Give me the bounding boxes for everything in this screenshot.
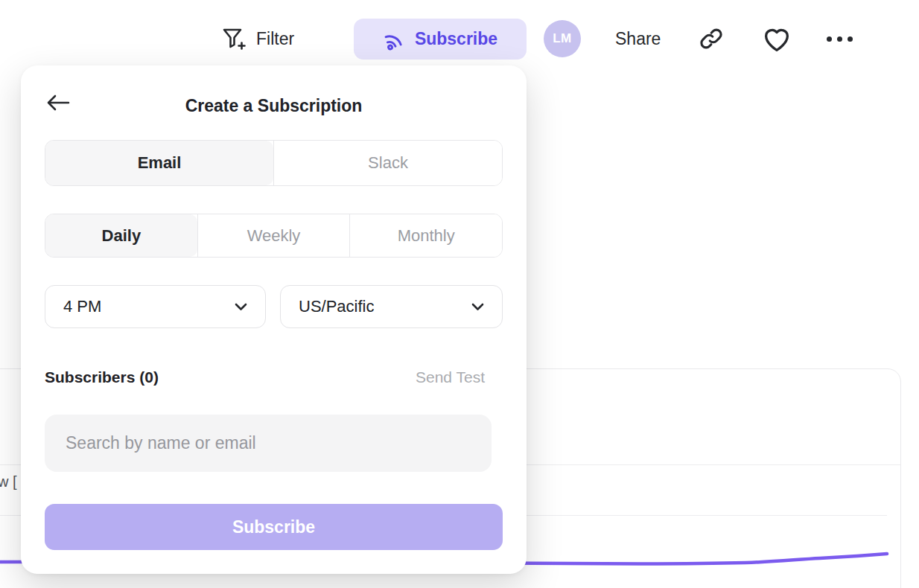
tab-email[interactable]: Email [45,141,273,185]
subscribe-submit-button[interactable]: Subscribe [45,504,503,550]
channel-segmented-control: Email Slack [45,140,503,186]
timezone-select-value: US/Pacific [299,297,374,316]
copy-link-button[interactable] [697,25,725,53]
more-menu-button[interactable] [827,30,853,48]
chevron-down-icon [235,303,247,311]
chevron-down-icon [471,303,484,311]
avatar[interactable]: LM [544,20,581,57]
tab-monthly[interactable]: Monthly [349,214,502,257]
tab-weekly[interactable]: Weekly [197,214,350,257]
timezone-select[interactable]: US/Pacific [280,285,503,328]
subscribers-count-label: Subscribers (0) [45,368,159,386]
subscriber-search-input[interactable] [45,415,492,472]
tab-daily[interactable]: Daily [45,214,197,257]
rss-icon [383,28,405,51]
frequency-segmented-control: Daily Weekly Monthly [45,214,503,258]
send-test-link[interactable]: Send Test [416,368,485,386]
time-select-value: 4 PM [63,297,101,316]
subscribe-label: Subscribe [415,29,497,49]
page: w [ Filter Subscribe LM [0,0,919,588]
time-select[interactable]: 4 PM [45,285,266,328]
ellipsis-icon [827,36,853,42]
filter-button[interactable]: Filter [220,22,294,55]
heart-icon [762,25,792,54]
subscribe-toolbar-button[interactable]: Subscribe [354,19,527,60]
create-subscription-modal: Create a Subscription Email Slack Daily … [21,65,527,574]
funnel-plus-icon [220,26,246,51]
share-label: Share [615,29,661,49]
filter-label: Filter [256,29,294,49]
link-icon [697,25,725,53]
tab-slack[interactable]: Slack [273,141,502,185]
modal-title: Create a Subscription [21,96,527,116]
subscribers-row: Subscribers (0) Send Test [45,366,485,389]
avatar-initials: LM [553,31,572,46]
partial-row-text: w [ [0,473,17,490]
share-button[interactable]: Share [615,22,661,55]
favorite-button[interactable] [762,25,792,54]
